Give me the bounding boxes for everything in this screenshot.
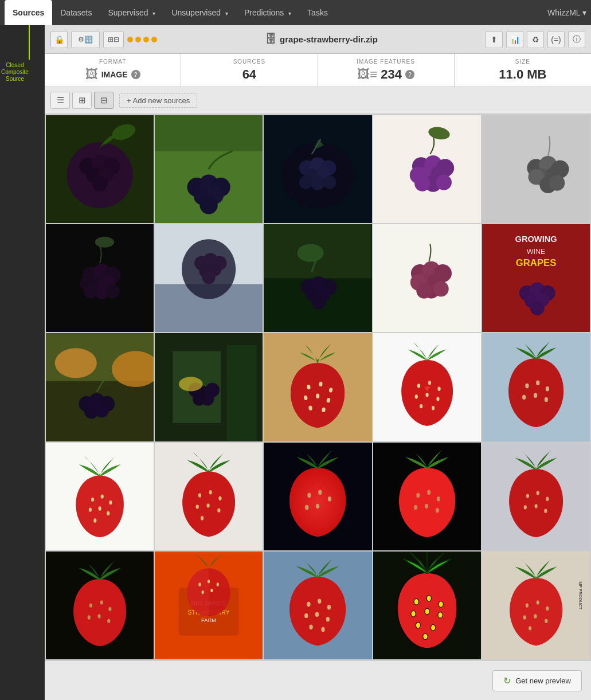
export-icon[interactable]: ⬆ [486, 31, 503, 48]
svg-text:GRAPES: GRAPES [516, 257, 557, 268]
grape-image-11 [46, 333, 154, 441]
image-cell[interactable] [264, 333, 371, 441]
grape-image-8 [264, 224, 371, 332]
image-cell[interactable] [46, 224, 154, 332]
svg-point-173 [546, 496, 549, 500]
page-layout: ClosedCompositeSource 🔒 ⚙🔢 ⊞⊟ 🗄 grape-st… [0, 25, 591, 700]
svg-point-171 [526, 494, 529, 498]
image-cell[interactable] [373, 115, 481, 223]
strawberry-image-9 [46, 552, 154, 659]
chart-icon[interactable]: 📊 [506, 31, 523, 48]
svg-point-142 [91, 497, 94, 501]
svg-point-180 [108, 607, 111, 611]
stats-row: FORMAT 🖼 IMAGE ? SOURCES 64 IMAGE FEATUR… [45, 54, 591, 87]
image-cell[interactable] [264, 552, 371, 659]
image-cell[interactable] [482, 115, 590, 223]
add-sources-button[interactable]: + Add new sources [119, 93, 197, 108]
svg-point-97 [530, 301, 544, 315]
svg-point-179 [100, 600, 103, 604]
svg-point-172 [536, 491, 539, 495]
strawberry-image-13: MP PRODUCT [482, 552, 590, 659]
image-cell[interactable] [373, 552, 481, 659]
image-cell[interactable] [373, 333, 481, 441]
image-cell[interactable]: MP PRODUCT [482, 552, 590, 659]
svg-point-199 [315, 612, 319, 616]
svg-point-133 [432, 406, 435, 410]
svg-point-154 [207, 503, 210, 507]
page-footer: ↻ Get new preview [45, 660, 591, 700]
svg-point-212 [422, 633, 427, 639]
image-cell[interactable] [373, 443, 481, 550]
info-icon[interactable]: ⓘ [568, 31, 585, 48]
svg-point-219 [545, 619, 547, 623]
nav-brand[interactable]: WhizzML ▾ [547, 8, 586, 17]
image-cell[interactable] [155, 224, 263, 332]
strawberry-image-4 [46, 443, 154, 550]
nav-unsupervised[interactable]: Unsupervised ▾ [163, 0, 236, 25]
image-cell[interactable] [264, 443, 371, 550]
svg-point-195 [307, 602, 311, 607]
svg-point-183 [107, 619, 110, 623]
image-cell[interactable] [46, 333, 154, 441]
svg-point-175 [534, 504, 537, 508]
image-cell[interactable] [482, 333, 590, 441]
image-cell[interactable] [264, 224, 371, 332]
image-features-value: 234 [381, 67, 402, 82]
code-icon[interactable]: (=) [547, 31, 565, 48]
format-info-icon[interactable]: ? [131, 70, 140, 79]
image-cell[interactable] [46, 552, 154, 659]
image-cell[interactable] [373, 224, 481, 332]
svg-point-115 [179, 377, 203, 392]
svg-point-169 [435, 508, 439, 513]
lock-icon[interactable]: 🔒 [50, 31, 68, 48]
svg-point-151 [209, 490, 212, 494]
svg-point-198 [304, 613, 308, 618]
svg-point-85 [416, 283, 432, 299]
image-cell[interactable] [46, 115, 154, 223]
svg-point-136 [536, 381, 539, 385]
svg-point-138 [522, 395, 526, 400]
svg-point-214 [526, 603, 529, 607]
nav-tasks[interactable]: Tasks [299, 0, 336, 25]
image-cell[interactable] [482, 443, 590, 550]
image-cell[interactable]: GROWING WINE GRAPES [482, 224, 590, 332]
nav-sources[interactable]: Sources [5, 0, 52, 25]
image-cell[interactable] [155, 333, 263, 441]
sources-value: 64 [242, 67, 256, 82]
svg-point-201 [310, 624, 313, 629]
svg-text:GROWING: GROWING [515, 235, 557, 244]
layers-view-btn[interactable]: ⊞ [72, 92, 92, 109]
config-icon2[interactable]: ⊞⊟ [103, 31, 124, 48]
nav-datasets[interactable]: Datasets [52, 0, 100, 25]
svg-point-161 [306, 505, 309, 509]
refresh-icon: ↻ [503, 675, 511, 686]
stat-size: SIZE 11.0 MB [455, 54, 591, 87]
config-icon1[interactable]: ⚙🔢 [71, 31, 100, 48]
nav-supervised[interactable]: Supervised ▾ [100, 0, 164, 25]
image-cell[interactable] [264, 115, 371, 223]
svg-point-202 [322, 627, 325, 632]
svg-point-158 [308, 492, 311, 497]
svg-point-217 [523, 615, 526, 619]
svg-point-7 [92, 176, 108, 191]
get-new-preview-button[interactable]: ↻ Get new preview [492, 670, 582, 691]
strawberry-image-11 [264, 552, 371, 659]
svg-point-174 [523, 505, 526, 509]
strawberry-image-1 [264, 333, 371, 441]
refresh-icon[interactable]: ♻ [527, 31, 544, 48]
svg-point-215 [536, 600, 539, 604]
svg-point-191 [217, 582, 219, 586]
image-cell[interactable] [155, 115, 263, 223]
image-features-info-icon[interactable]: ? [405, 70, 414, 79]
svg-point-57 [105, 284, 120, 299]
image-cell[interactable] [46, 443, 154, 550]
nav-predictions[interactable]: Predictions ▾ [236, 0, 299, 25]
list-view-btn[interactable]: ☰ [50, 92, 70, 109]
image-cell[interactable] [155, 443, 263, 550]
image-features-value-row: 🖼≡ 234 ? [326, 67, 446, 82]
dot-1 [127, 37, 133, 42]
image-cell[interactable]: BIG JAKE'S STRAWBERRY FARM [155, 552, 263, 659]
grid-view-btn[interactable]: ⊟ [94, 92, 113, 109]
top-navigation: Sources Datasets Supervised ▾ Unsupervis… [0, 0, 591, 25]
svg-point-130 [425, 393, 428, 397]
